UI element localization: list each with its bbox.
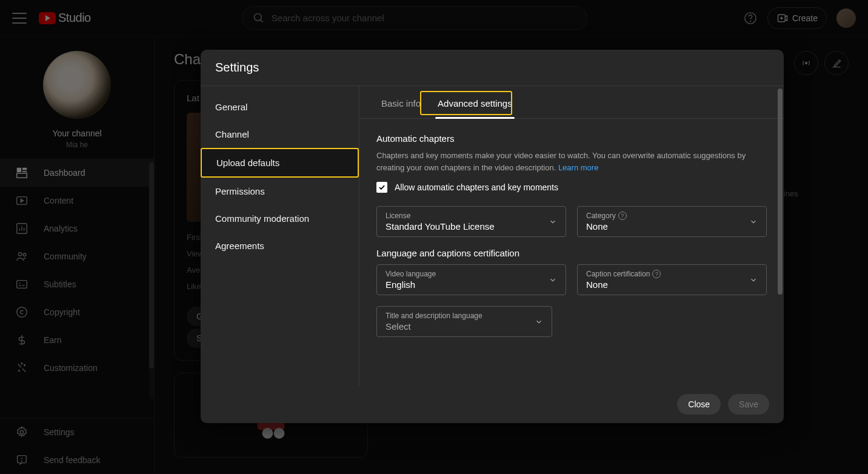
select-caption-certification[interactable]: Caption certification ? None (577, 264, 767, 295)
select-label: Video language (386, 270, 557, 278)
section-desc: Chapters and key moments make your video… (376, 150, 767, 173)
select-title-desc-language[interactable]: Title and description language Select (376, 306, 552, 337)
settings-form: Automatic chapters Chapters and key mome… (359, 119, 784, 383)
select-value: Select (386, 321, 543, 332)
settings-nav-channel[interactable]: Channel (201, 121, 359, 148)
select-label: License (386, 212, 557, 220)
section-title-language: Language and captions certification (376, 248, 767, 258)
tabs: Basic info Advanced settings (359, 86, 784, 119)
settings-nav: General Channel Upload defaults Permissi… (201, 86, 359, 386)
tab-advanced-settings[interactable]: Advanced settings (430, 86, 519, 118)
settings-nav-agreements[interactable]: Agreements (201, 232, 359, 259)
select-label: Caption certification ? (586, 270, 758, 278)
chevron-down-icon (549, 218, 557, 226)
modal-title: Settings (201, 50, 784, 85)
chevron-down-icon (749, 276, 758, 284)
select-value: None (586, 279, 758, 290)
help-icon[interactable]: ? (652, 270, 661, 278)
help-icon[interactable]: ? (618, 212, 627, 220)
settings-nav-community-moderation[interactable]: Community moderation (201, 205, 359, 232)
modal-scrollbar[interactable] (778, 88, 783, 295)
modal-footer: Close Save (201, 386, 784, 423)
learn-more-link[interactable]: Learn more (558, 163, 598, 172)
settings-nav-upload-defaults[interactable]: Upload defaults (201, 148, 359, 178)
select-value: English (386, 279, 557, 290)
select-label: Category ? (586, 212, 758, 220)
select-value: Standard YouTube License (386, 221, 557, 232)
checkbox-row-auto-chapters: Allow automatic chapters and key moments (376, 182, 767, 193)
select-value: None (586, 221, 758, 232)
close-button[interactable]: Close (677, 394, 721, 415)
section-title-auto-chapters: Automatic chapters (376, 133, 767, 144)
save-button[interactable]: Save (728, 394, 769, 415)
select-license[interactable]: License Standard YouTube License (376, 206, 566, 237)
checkbox-label: Allow automatic chapters and key moments (395, 182, 558, 192)
modal-body: General Channel Upload defaults Permissi… (201, 85, 784, 386)
settings-nav-permissions[interactable]: Permissions (201, 178, 359, 205)
modal-content: Basic info Advanced settings Automatic c… (359, 86, 784, 386)
select-label: Title and description language (386, 312, 543, 320)
form-row: Title and description language Select (376, 306, 767, 337)
form-row: License Standard YouTube License Categor… (376, 206, 767, 237)
select-video-language[interactable]: Video language English (376, 264, 566, 295)
select-category[interactable]: Category ? None (577, 206, 767, 237)
form-row: Video language English Caption certifica… (376, 264, 767, 295)
chevron-down-icon (549, 276, 557, 284)
chevron-down-icon (535, 318, 543, 326)
checkbox-auto-chapters[interactable] (376, 182, 387, 193)
chevron-down-icon (749, 218, 758, 226)
settings-nav-general[interactable]: General (201, 93, 359, 121)
settings-modal: Settings General Channel Upload defaults… (201, 50, 784, 423)
tab-basic-info[interactable]: Basic info (374, 86, 428, 118)
